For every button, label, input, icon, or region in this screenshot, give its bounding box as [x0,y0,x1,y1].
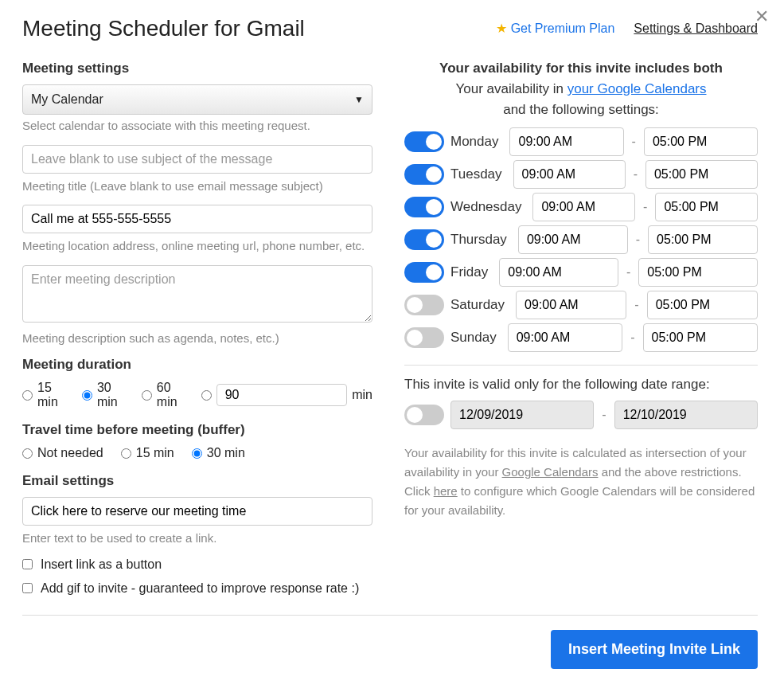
day-row: Monday- [404,127,758,156]
day-name: Saturday [450,297,509,313]
buffer-30-option[interactable]: 30 min [192,446,245,460]
end-time-input[interactable] [648,225,758,254]
dash: - [630,135,638,149]
end-time-input[interactable] [644,127,758,156]
start-time-input[interactable] [518,225,628,254]
email-settings-heading: Email settings [22,473,372,489]
day-row: Sunday- [404,323,758,352]
add-gif-checkbox[interactable] [22,583,33,593]
buffer-none-option[interactable]: Not needed [22,446,103,460]
day-row: Thursday- [404,225,758,254]
day-name: Monday [450,134,503,150]
day-row: Wednesday- [404,193,758,221]
duration-30-option[interactable]: 30 min [82,381,124,409]
dash: - [600,408,607,422]
dash: - [642,200,649,214]
meeting-location-input[interactable] [22,205,372,233]
availability-disclaimer: Your availability for this invite is cal… [404,444,758,520]
add-gif-label: Add gif to invite - guaranteed to improv… [41,581,359,596]
day-name: Tuesday [450,166,507,182]
dash: - [632,167,639,182]
chevron-down-icon: ▼ [354,94,364,105]
duration-15-option[interactable]: 15 min [22,381,64,409]
day-row: Friday- [404,258,758,287]
end-time-input[interactable] [647,291,758,319]
start-time-input[interactable] [532,193,635,221]
meeting-description-input[interactable] [22,265,372,323]
get-premium-link[interactable]: Get Premium Plan [511,22,615,35]
start-time-input[interactable] [513,160,626,189]
dash: - [629,330,636,345]
day-toggle[interactable] [404,262,444,283]
google-calendars-link[interactable]: your Google Calendars [567,81,707,96]
app-title: Meeting Scheduler for Gmail [22,16,305,41]
availability-heading: Your availability for this invite includ… [404,61,758,76]
day-toggle[interactable] [404,295,444,315]
day-toggle[interactable] [404,164,444,185]
end-time-input[interactable] [655,193,758,221]
availability-subtext-2: and the following settings: [404,102,758,118]
google-calendars-link-2[interactable]: Google Calendars [502,465,599,479]
buffer-heading: Travel time before meeting (buffer) [22,422,372,438]
header-actions: ★ Get Premium Plan Settings & Dashboard [496,16,758,36]
meeting-title-input[interactable] [22,145,372,174]
day-toggle[interactable] [404,131,444,152]
day-name: Wednesday [450,199,526,215]
meeting-location-help: Meeting location address, online meeting… [22,238,372,254]
duration-heading: Meeting duration [22,357,372,373]
calendar-select[interactable]: My Calendar ▼ [22,84,372,115]
end-time-input[interactable] [638,258,758,287]
duration-custom-unit: min [352,388,372,402]
duration-60-option[interactable]: 60 min [142,381,184,409]
day-row: Tuesday- [404,160,758,189]
dash: - [625,265,632,280]
date-range-label: This invite is valid only for the follow… [404,377,758,393]
calendar-help: Select calendar to associate with this m… [22,118,372,134]
insert-invite-link-button[interactable]: Insert Meeting Invite Link [551,630,758,669]
link-text-input[interactable] [22,497,372,526]
end-time-input[interactable] [645,160,758,189]
duration-radio-group: 15 min 30 min 60 min min [22,381,372,409]
duration-custom-option[interactable]: min [201,384,372,406]
start-time-input[interactable] [499,258,618,287]
footer: Insert Meeting Invite Link [22,615,758,669]
day-toggle[interactable] [404,327,444,348]
day-row: Saturday- [404,291,758,319]
dash: - [634,233,642,247]
date-from-input[interactable] [450,401,594,429]
link-text-help: Enter text to be used to create a link. [22,530,372,546]
start-time-input[interactable] [509,127,623,156]
settings-dashboard-link[interactable]: Settings & Dashboard [634,22,758,36]
end-time-input[interactable] [643,323,759,352]
separator [404,365,758,366]
meeting-description-help: Meeting description such as agenda, note… [22,330,372,346]
insert-as-button-label: Insert link as a button [41,557,162,572]
date-to-input[interactable] [614,401,758,429]
header: Meeting Scheduler for Gmail ★ Get Premiu… [22,16,758,41]
configure-here-link[interactable]: here [434,484,458,498]
star-icon: ★ [496,22,507,35]
close-icon[interactable]: ✕ [755,6,769,27]
calendar-select-value: My Calendar [31,92,103,107]
duration-custom-input[interactable] [216,384,348,406]
availability-subtext-1: Your availability in your Google Calenda… [404,81,758,97]
day-name: Friday [450,264,493,280]
buffer-radio-group: Not needed 15 min 30 min [22,446,372,460]
meeting-settings-heading: Meeting settings [22,61,372,76]
day-name: Thursday [450,232,512,248]
date-range-toggle[interactable] [404,405,444,425]
meeting-title-help: Meeting title (Leave blank to use email … [22,178,372,194]
start-time-input[interactable] [516,291,626,319]
buffer-15-option[interactable]: 15 min [121,446,174,460]
insert-as-button-checkbox[interactable] [22,559,33,569]
day-toggle[interactable] [404,197,444,217]
day-name: Sunday [450,330,501,346]
premium-link-wrap: ★ Get Premium Plan [496,21,614,36]
start-time-input[interactable] [508,323,623,352]
day-toggle[interactable] [404,229,444,250]
dash: - [633,298,640,312]
